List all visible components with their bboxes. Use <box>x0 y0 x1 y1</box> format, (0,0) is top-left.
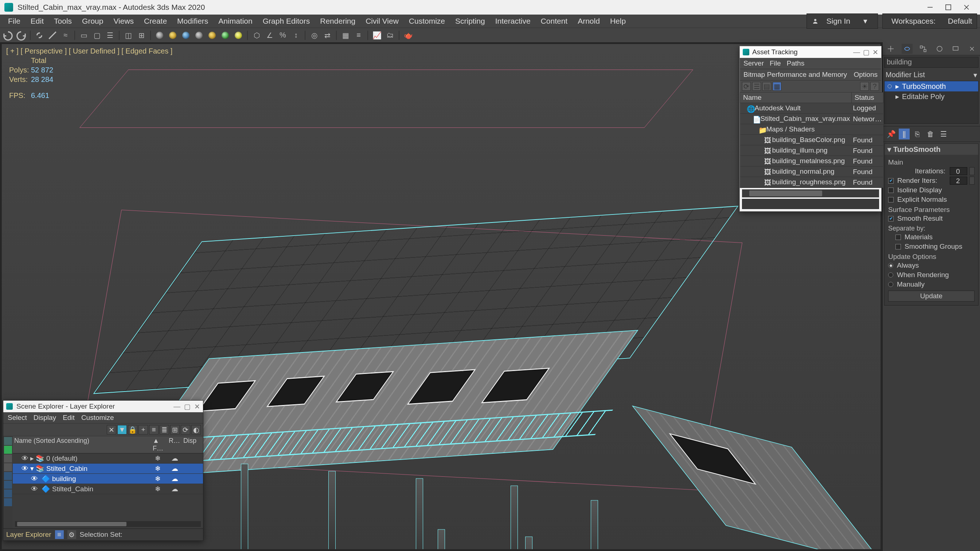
close-icon[interactable]: ✕ <box>872 48 878 56</box>
frozen-toggle[interactable]: ❄ <box>150 485 166 493</box>
filter-cameras-icon[interactable] <box>4 481 12 489</box>
frozen-toggle[interactable]: ❄ <box>150 464 166 473</box>
scex-tree[interactable]: Name (Sorted Ascending) ▲ F… R… Disp 👁▸📚… <box>13 436 203 529</box>
bitmap-perf-link[interactable]: Bitmap Performance and Memory <box>743 71 847 79</box>
material-preview-gloss[interactable] <box>180 30 192 41</box>
minimize-icon[interactable]: — <box>853 48 860 56</box>
undo-button[interactable] <box>2 30 14 41</box>
object-name-field[interactable]: building <box>884 57 978 68</box>
tab-hierarchy[interactable] <box>918 44 929 54</box>
filter-geometry-icon[interactable] <box>4 454 12 462</box>
expand-icon[interactable]: ▸ <box>896 92 899 101</box>
material-preview-yellow[interactable] <box>232 30 244 41</box>
redo-button[interactable] <box>15 30 27 41</box>
update-button[interactable]: Update <box>888 291 975 302</box>
sign-in-button[interactable]: Sign In ▾ <box>807 13 878 29</box>
scex-row[interactable]: 👁▸📚0 (default)❄☁ <box>13 453 203 464</box>
scex-menu-edit[interactable]: Edit <box>63 414 75 422</box>
asset-menu-server[interactable]: Server <box>743 59 764 67</box>
asset-row[interactable]: 📁Maps / Shaders <box>740 124 883 135</box>
expand-icon[interactable]: ▸ <box>30 454 34 462</box>
scex-row[interactable]: 👁🔷building❄☁ <box>13 474 203 484</box>
scex-col-render[interactable]: R… <box>169 437 183 452</box>
material-preview-metal[interactable] <box>167 30 178 41</box>
menu-civilview[interactable]: Civil View <box>360 14 404 28</box>
asset-col-status[interactable]: Status <box>851 92 883 103</box>
asset-menu-file[interactable]: File <box>770 59 781 67</box>
asset-row[interactable]: 🖼building_normal.pngFound <box>740 167 883 177</box>
layer-button[interactable]: ≡ <box>353 30 364 41</box>
window-crossing-button[interactable]: ⊞ <box>135 30 147 41</box>
scex-add-layer-button[interactable]: + <box>138 425 148 435</box>
filter-all-icon[interactable] <box>4 437 12 445</box>
render-toggle[interactable]: ☁ <box>167 485 182 493</box>
menu-create[interactable]: Create <box>139 14 172 28</box>
link-button[interactable] <box>33 30 45 41</box>
update-manually-radio[interactable] <box>888 282 893 287</box>
tree-view-button[interactable]: ☰ <box>752 82 761 91</box>
menu-customize[interactable]: Customize <box>404 14 450 28</box>
tab-motion[interactable] <box>934 44 945 54</box>
configure-sets-button[interactable]: ☰ <box>938 129 949 140</box>
menu-modifiers[interactable]: Modifiers <box>172 14 213 28</box>
scex-lock-button[interactable]: 🔒 <box>128 425 137 435</box>
visibility-icon[interactable]: 👁 <box>31 485 38 493</box>
explicit-normals-checkbox[interactable] <box>888 197 894 202</box>
smooth-result-checkbox[interactable] <box>888 216 894 221</box>
menu-edit[interactable]: Edit <box>25 14 49 28</box>
close-button[interactable] <box>958 0 976 14</box>
scex-menu-display[interactable]: Display <box>33 414 56 422</box>
render-toggle[interactable]: ☁ <box>167 475 182 483</box>
menu-help[interactable]: Help <box>605 14 631 28</box>
asset-hscrollbar[interactable] <box>742 189 879 197</box>
menu-arnold[interactable]: Arnold <box>573 14 605 28</box>
visibility-icon[interactable]: 👁 <box>22 454 29 462</box>
select-filter[interactable]: ▭ <box>78 30 90 41</box>
options-link[interactable]: Options <box>854 71 878 79</box>
scex-hscrollbar[interactable] <box>15 521 201 527</box>
scex-layers-mode-icon[interactable]: ≡ <box>55 530 64 539</box>
scex-filter-button[interactable]: ▼ <box>117 425 127 435</box>
select-by-name-button[interactable]: ☰ <box>104 30 116 41</box>
named-selection-button[interactable]: ◎ <box>308 30 320 41</box>
render-iters-input[interactable]: 2 <box>950 176 967 185</box>
filter-spacewarps-icon[interactable] <box>4 498 12 506</box>
maximize-button[interactable] <box>939 0 958 14</box>
unlink-button[interactable] <box>47 30 58 41</box>
pin-stack-button[interactable]: 📌 <box>886 129 897 140</box>
percent-snap-button[interactable]: % <box>277 30 289 41</box>
scex-menu-select[interactable]: Select <box>8 414 27 422</box>
show-end-result-button[interactable]: ǁ <box>899 129 910 140</box>
menu-animation[interactable]: Animation <box>213 14 257 28</box>
tab-utilities[interactable] <box>967 44 977 54</box>
update-rendering-radio[interactable] <box>888 272 893 278</box>
asset-row[interactable]: 🖼building_roughness.pngFound <box>740 177 883 187</box>
workspace-selector[interactable]: Workspaces: Default <box>882 13 977 29</box>
asset-tracking-panel[interactable]: Asset Tracking — ▢ ✕ Server File Paths B… <box>740 46 881 211</box>
frozen-toggle[interactable]: ❄ <box>150 475 166 483</box>
scex-layer-c[interactable]: ⊞ <box>170 425 180 435</box>
scex-config-icon[interactable]: ⚙ <box>67 530 76 539</box>
filter-visible-icon[interactable] <box>4 446 12 454</box>
thumbnails-button[interactable]: ▦ <box>773 82 781 91</box>
isoline-checkbox[interactable] <box>888 187 894 193</box>
scex-col-frozen[interactable]: ▲ F… <box>153 437 169 452</box>
asset-row[interactable]: 📄Stilted_Cabin_max_vray.maxNetwor… <box>740 114 883 124</box>
menu-grapheditors[interactable]: Graph Editors <box>258 14 315 28</box>
select-region-button[interactable]: ◫ <box>123 30 134 41</box>
render-setup-button[interactable]: 🫖 <box>402 30 414 41</box>
menu-views[interactable]: Views <box>108 14 139 28</box>
smoothing-groups-checkbox[interactable] <box>896 244 901 249</box>
tab-modify[interactable] <box>902 44 913 54</box>
asset-col-name[interactable]: Name <box>740 92 852 103</box>
maximize-icon[interactable]: ▢ <box>184 402 191 411</box>
minimize-button[interactable] <box>921 0 939 14</box>
angle-snap-button[interactable]: ∠ <box>264 30 275 41</box>
menu-rendering[interactable]: Rendering <box>315 14 360 28</box>
material-preview-standard[interactable] <box>154 30 165 41</box>
make-unique-button[interactable]: ⎘ <box>912 129 923 140</box>
visibility-icon[interactable]: 👁 <box>22 465 29 473</box>
menu-scripting[interactable]: Scripting <box>450 14 490 28</box>
materials-checkbox[interactable] <box>896 235 901 240</box>
scex-layer-e[interactable]: ◐ <box>191 425 201 435</box>
